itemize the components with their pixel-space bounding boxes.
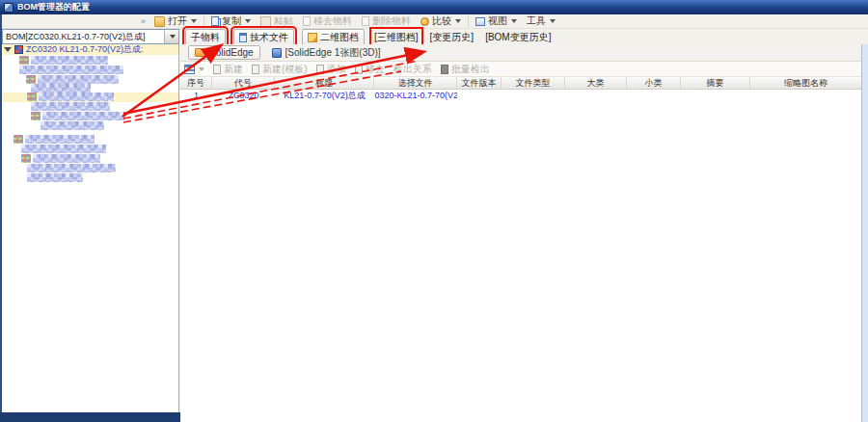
chevron-down-icon	[170, 35, 176, 39]
tree-expander-icon[interactable]	[4, 47, 12, 52]
cell-code: ZC0320	[212, 90, 275, 101]
solidedge-folder-icon	[195, 48, 205, 57]
tab-technical-documents[interactable]: 技术文件	[233, 29, 294, 46]
toolbar-open-label: 打开	[168, 14, 187, 28]
tree-root-node[interactable]: ZC0320 KL21-0.7-70(V2)总成:	[2, 44, 178, 55]
cell-index: 1	[180, 90, 212, 101]
column-header-code[interactable]: 代号	[212, 77, 275, 89]
column-header-subcategory[interactable]: 小类	[627, 77, 681, 89]
dropdown-caret-icon	[191, 19, 197, 23]
redacted-tree-item[interactable]	[38, 75, 119, 84]
tab-bom-change-history[interactable]: [BOM变更历史]	[483, 30, 553, 45]
toolbar-copy-label: 复制	[222, 14, 241, 28]
bom-selector-combobox[interactable]: BOM[ZC0320.KL21-0.7-70(V2)总成]	[2, 29, 179, 44]
new-from-template-label: 新建(模板)	[262, 63, 308, 76]
column-header-title[interactable]: 标题	[275, 77, 374, 89]
redacted-node-icon	[14, 135, 23, 144]
column-header-version[interactable]: 文件版本	[457, 77, 502, 89]
toolbar-delete-material-label: 删除物料	[372, 14, 411, 28]
new-doc-icon	[213, 65, 221, 74]
toolbar-tools-button[interactable]: 工具	[522, 14, 560, 28]
toolbar-copy-button[interactable]: 复制	[206, 14, 256, 28]
redacted-tree-item[interactable]	[42, 112, 125, 120]
redacted-tree-item[interactable]	[31, 84, 91, 92]
column-header-category[interactable]: 大类	[565, 77, 627, 89]
batch-checkout-button[interactable]: 批量检出	[441, 63, 490, 76]
toolbar-open-button[interactable]: 打开	[149, 14, 202, 28]
tab-label: [三维图档]	[374, 32, 419, 42]
column-header-summary[interactable]: 摘要	[681, 77, 750, 89]
redacted-tree-item[interactable]	[41, 121, 104, 130]
column-header-filetype[interactable]: 文件类型	[502, 77, 565, 89]
window-border-bottom	[0, 412, 180, 422]
redacted-node-icon	[19, 56, 29, 65]
cell-summary	[681, 90, 750, 101]
redacted-node-icon	[26, 75, 36, 84]
tab-label: 子物料	[191, 31, 220, 44]
toolbar-paste-label: 粘贴	[274, 14, 293, 28]
redacted-tree-item[interactable]	[33, 154, 100, 163]
redacted-node-icon	[27, 92, 37, 101]
bom-tree-panel: ZC0320 KL21-0.7-70(V2)总成:	[2, 44, 179, 412]
column-header-index[interactable]: 序号	[180, 77, 212, 89]
vertical-scrollbar[interactable]	[861, 44, 868, 422]
table-row[interactable]: 1 ZC0320 KL21-0.7-70(V2)总成 ZC0320-KL21-0…	[180, 90, 861, 101]
remove-document-button[interactable]: 移去	[355, 63, 385, 76]
redacted-tree-item[interactable]	[31, 102, 110, 111]
combobox-dropdown-button[interactable]	[164, 30, 178, 43]
folder-open-icon	[154, 16, 165, 27]
list-icon	[184, 65, 195, 74]
redacted-tree-item[interactable]	[39, 92, 114, 101]
view-icon	[475, 17, 485, 26]
toolbar-tools-label: 工具	[527, 14, 546, 28]
tech-doc-icon	[239, 33, 247, 42]
cell-subcategory	[627, 90, 681, 101]
toolbar-compare-label: 比较	[432, 14, 451, 28]
tab-change-history[interactable]: [变更历史]	[428, 30, 476, 45]
dropdown-caret-icon	[245, 19, 251, 23]
checkout-relation-label: 检出关系	[393, 63, 432, 76]
tab-sub-materials[interactable]: 子物料	[185, 29, 226, 46]
title-bar: BOM管理器的配置	[0, 0, 868, 14]
toolbar-overflow-icon[interactable]: »	[137, 16, 149, 26]
column-header-file[interactable]: 选择文件	[374, 77, 457, 89]
redacted-tree-item[interactable]	[19, 66, 123, 74]
list-view-button[interactable]	[184, 65, 204, 74]
subtab-solidedge[interactable]: SolidEdge	[188, 45, 260, 60]
toolbar-paste-button[interactable]: 粘贴	[256, 14, 298, 28]
redacted-node-icon	[31, 112, 41, 120]
checkout-relation-button[interactable]: 检出关系	[393, 63, 432, 76]
add-document-label: 添加	[327, 63, 346, 76]
toolbar-remove-material-button[interactable]: 移去物料	[298, 14, 357, 28]
tab-2d-drawings[interactable]: 二维图档	[302, 29, 365, 46]
dropdown-caret-icon	[455, 19, 461, 23]
document-toolbar: 新建 新建(模板) 添加 移去 检出关系 批量检出	[180, 62, 861, 77]
redacted-node-icon	[21, 154, 31, 163]
document-panel: SolidEdge [SolidEdge 1张图(3D)] 新建 新建(模板) …	[180, 44, 861, 422]
subtab-label: SolidEdge	[209, 47, 254, 58]
redacted-tree-item[interactable]	[31, 56, 108, 65]
cell-file: ZC0320-KL21-0.7-70(V2)...	[374, 90, 457, 101]
tree-root-label: ZC0320 KL21-0.7-70(V2)总成:	[26, 44, 144, 56]
toolbar-compare-button[interactable]: 比较	[416, 14, 466, 28]
subtab-solidedge-3d-count[interactable]: [SolidEdge 1张图(3D)]	[272, 46, 381, 60]
cell-thumbnail	[750, 90, 861, 101]
redacted-tree-item[interactable]	[27, 173, 83, 182]
redacted-tree-item[interactable]	[21, 145, 106, 153]
tab-label: 二维图档	[320, 31, 359, 44]
redacted-tree-item[interactable]	[25, 135, 95, 144]
redacted-tree-item[interactable]	[27, 164, 116, 172]
dropdown-caret-icon	[511, 19, 517, 23]
toolbar-view-button[interactable]: 视图	[471, 14, 522, 28]
toolbar-delete-material-button[interactable]: 删除物料	[357, 14, 416, 28]
column-header-thumbnail[interactable]: 缩略图名称	[750, 77, 861, 89]
add-document-button[interactable]: 添加	[316, 63, 346, 76]
new-document-button[interactable]: 新建	[213, 63, 243, 76]
cell-title: KL21-0.7-70(V2)总成	[275, 90, 374, 101]
new-from-template-button[interactable]: 新建(模板)	[252, 63, 308, 76]
batch-checkout-icon	[441, 65, 448, 74]
compare-icon	[420, 17, 429, 26]
dropdown-caret-icon	[550, 19, 556, 23]
tab-3d-drawings[interactable]: [三维图档]	[372, 30, 420, 45]
tab-label: 技术文件	[250, 31, 288, 44]
